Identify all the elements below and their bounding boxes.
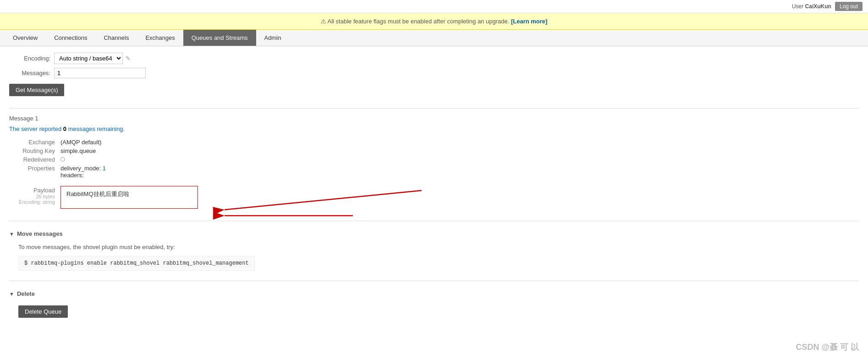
upgrade-banner: ⚠ All stable feature flags must be enabl… [0, 13, 868, 30]
delete-header[interactable]: ▼ Delete [9, 288, 859, 300]
tab-channels[interactable]: Channels [95, 30, 137, 46]
collapse-icon-delete: ▼ [9, 291, 14, 297]
exchange-value: (AMQP default) [60, 139, 101, 146]
encoding-label: Encoding: [9, 55, 50, 62]
move-messages-title: Move messages [17, 230, 63, 237]
redelivered-row: Redelivered [9, 156, 859, 163]
delete-section: ▼ Delete Delete Queue [9, 288, 859, 327]
server-info: The server reported 0 messages remaining… [9, 125, 859, 132]
delivery-mode-value[interactable]: 1 [103, 165, 106, 172]
message-heading: Message 1 [9, 115, 859, 122]
tab-queues[interactable]: Queues and Streams [183, 30, 256, 46]
server-info-suffix: messages remaining. [68, 125, 125, 132]
redelivered-value [60, 156, 65, 163]
payload-content: RabbitMQ挂机后重启啦 [66, 190, 129, 197]
encoding-row: Encoding: Auto string / base64 base64 st… [9, 53, 859, 64]
divider-2 [9, 221, 859, 221]
payload-row: Payload 26 bytes Encoding: string Rabbit… [9, 186, 198, 209]
exchange-row: Exchange (AMQP default) [9, 139, 859, 146]
main-content: Encoding: Auto string / base64 base64 st… [0, 46, 868, 338]
payload-encoding: Encoding: string [9, 199, 55, 205]
move-description: To move messages, the shovel plugin must… [18, 244, 859, 250]
logout-button[interactable]: Log out [835, 2, 863, 11]
tab-connections[interactable]: Connections [46, 30, 95, 46]
svg-line-2 [225, 190, 422, 210]
warning-icon: ⚠ [321, 18, 326, 25]
message-details: Exchange (AMQP default) Routing Key simp… [9, 139, 859, 179]
delete-title: Delete [17, 290, 35, 297]
user-info: User CaiXuKun [792, 3, 831, 10]
messages-row: Messages: [9, 68, 859, 78]
move-messages-section: ▼ Move messages To move messages, the sh… [9, 228, 859, 274]
remaining-count: 0 [63, 125, 66, 132]
username: CaiXuKun [805, 3, 831, 10]
learn-more-link[interactable]: [Learn more] [511, 18, 547, 25]
collapse-icon-move: ▼ [9, 231, 14, 237]
redelivered-label: Redelivered [9, 156, 55, 163]
banner-message: All stable feature flags must be enabled… [328, 18, 510, 25]
divider-1 [9, 108, 859, 109]
divider-3 [9, 281, 859, 281]
routing-key-row: Routing Key simple.queue [9, 147, 859, 154]
routing-key-label: Routing Key [9, 147, 55, 154]
get-messages-button[interactable]: Get Message(s) [9, 84, 64, 96]
move-messages-header[interactable]: ▼ Move messages [9, 228, 859, 240]
payload-key: Payload 26 bytes Encoding: string [9, 186, 55, 205]
nav-tabs: Overview Connections Channels Exchanges … [0, 30, 868, 46]
payload-size: 26 bytes [9, 194, 55, 199]
top-bar: User CaiXuKun Log out [0, 0, 868, 13]
move-command: $ rabbitmq-plugins enable rabbitmq_shove… [18, 256, 255, 271]
properties-label: Properties [9, 165, 55, 172]
exchange-key: Exchange [9, 139, 55, 146]
tab-admin[interactable]: Admin [256, 30, 290, 46]
routing-key-value: simple.queue [60, 147, 96, 154]
properties-row: Properties delivery_mode: 1 headers: [9, 165, 859, 179]
messages-input[interactable] [54, 68, 146, 78]
redelivered-circle [60, 157, 65, 162]
move-messages-body: To move messages, the shovel plugin must… [9, 240, 859, 274]
encoding-select[interactable]: Auto string / base64 base64 string [54, 53, 123, 64]
properties-value: delivery_mode: 1 headers: [60, 165, 106, 179]
delete-body: Delete Queue [9, 300, 859, 327]
tab-exchanges[interactable]: Exchanges [137, 30, 183, 46]
encoding-edit-icon: ✎ [126, 55, 131, 62]
server-info-prefix: The server reported [9, 125, 61, 132]
messages-label: Messages: [9, 70, 50, 76]
tab-overview[interactable]: Overview [5, 30, 46, 46]
delivery-mode-label: delivery_mode: [60, 165, 101, 172]
payload-box: RabbitMQ挂机后重启啦 [60, 186, 198, 209]
delete-queue-button[interactable]: Delete Queue [18, 305, 68, 318]
headers-label: headers: [60, 172, 84, 179]
user-label: User [792, 3, 803, 10]
